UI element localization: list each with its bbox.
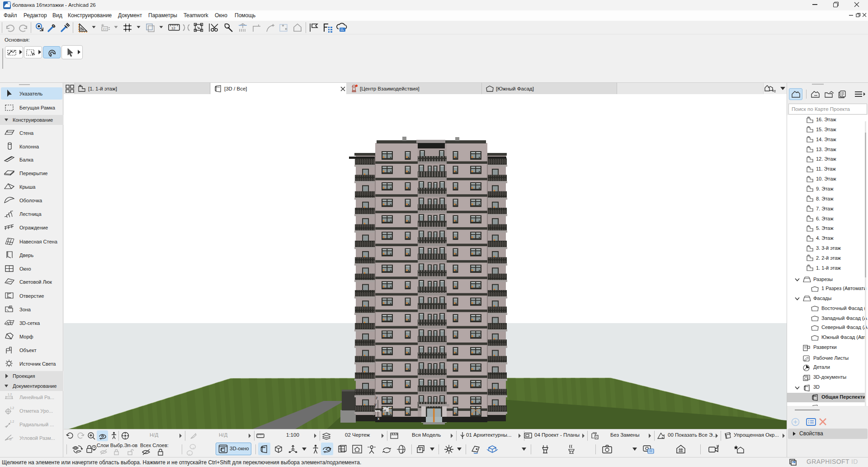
svg-text:y: y [374,402,377,407]
svg-text:XY: XY [103,28,107,31]
svg-text:1.2: 1.2 [10,406,14,410]
svg-text:y: y [373,411,375,415]
svg-text:12: 12 [171,26,175,30]
svg-text:z: z [376,396,378,400]
svg-text:1.2: 1.2 [8,393,12,396]
svg-text:α: α [9,437,12,441]
svg-text:x: x [377,416,380,421]
svg-text:1.2: 1.2 [10,420,14,423]
svg-text:x: x [384,408,386,412]
